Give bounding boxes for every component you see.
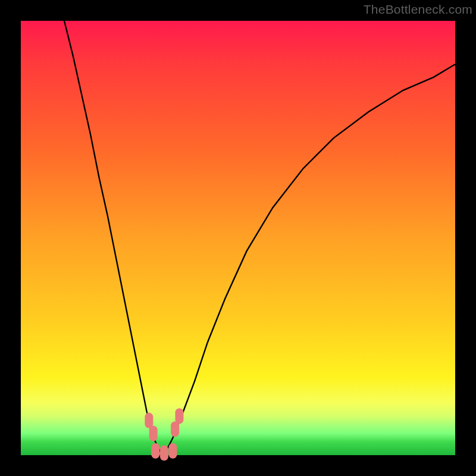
plot-area (21, 21, 455, 455)
bottleneck-curve (21, 21, 455, 455)
valley-marker (169, 443, 177, 459)
valley-marker (160, 445, 168, 461)
valley-marker (151, 443, 159, 459)
valley-marker (175, 408, 183, 424)
valley-marker (149, 426, 158, 441)
chart-container: TheBottleneck.com (0, 0, 476, 476)
valley-marker (171, 421, 179, 437)
curve-left-branch (64, 21, 164, 455)
curve-right-branch (164, 64, 455, 455)
valley-markers-group (145, 408, 183, 461)
watermark-label: TheBottleneck.com (364, 2, 472, 17)
valley-marker (145, 413, 153, 428)
